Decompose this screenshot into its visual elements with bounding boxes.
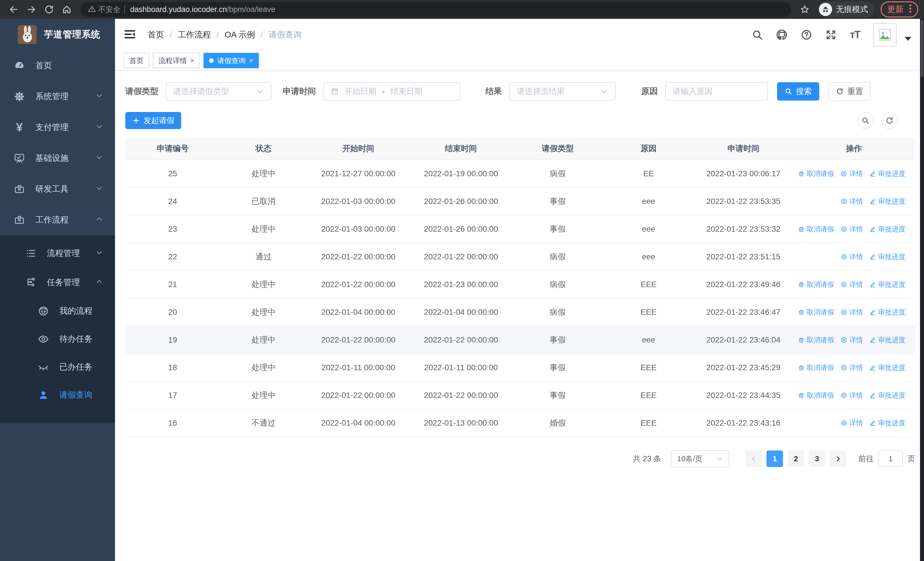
tab-home[interactable]: 首页 [123,53,149,68]
avatar[interactable] [873,23,897,47]
tab-close-icon[interactable]: × [190,57,194,65]
incognito-icon [819,3,832,16]
action-cancel-link[interactable]: 取消请假 [798,308,834,317]
action-progress-link[interactable]: 审批进度 [869,197,906,206]
action-progress-link[interactable]: 审批进度 [869,308,906,317]
create-leave-button[interactable]: 发起请假 [125,112,181,129]
refresh-table-button[interactable] [881,112,898,129]
action-detail-link[interactable]: 详情 [840,418,863,428]
page-button-1[interactable]: 1 [766,450,783,467]
action-cancel-link[interactable]: 取消请假 [798,391,834,400]
sidebar-item-leave-query[interactable]: 请假查询 [0,381,115,409]
sidebar-item-my-process[interactable]: 我的流程 [0,297,115,325]
action-detail-link[interactable]: 详情 [840,224,863,234]
sidebar-item-infrastructure[interactable]: 基础设施 [0,143,115,174]
breadcrumb-item[interactable]: 工作流程 [178,29,211,41]
security-label[interactable]: 不安全 [98,5,120,15]
avatar-caret-icon[interactable] [904,37,912,41]
apply-time-range-picker[interactable]: 开始日期 - 结束日期 [323,82,460,101]
table-row: 24已取消2022-01-03 00:00:002022-01-26 00:00… [125,188,915,215]
action-progress-link[interactable]: 审批进度 [869,363,906,372]
actions-cell: 取消请假详情审批进度 [793,280,915,289]
action-detail-link[interactable]: 详情 [840,308,863,317]
breadcrumb-item[interactable]: 首页 [147,29,164,41]
sidebar-item-todo-tasks[interactable]: 待办任务 [0,325,115,353]
search-button[interactable]: 搜索 [777,82,819,101]
fullscreen-icon[interactable] [825,29,837,41]
github-icon[interactable] [776,29,788,41]
apply-time-cell: 2022-01-22 23:46:47 [694,308,793,317]
reason-input[interactable]: 请输入原因 [665,82,768,101]
actions-cell: 详情审批进度 [793,418,915,428]
action-cancel-link[interactable]: 取消请假 [798,335,834,344]
search-icon[interactable] [752,29,763,41]
action-detail-link[interactable]: 详情 [840,363,863,372]
action-progress-link[interactable]: 审批进度 [869,280,906,289]
action-progress-link[interactable]: 审批进度 [869,169,906,178]
sidebar-item-system[interactable]: 系统管理 [0,81,115,112]
scrollbar-thumb[interactable] [921,20,923,77]
bookmark-star-icon[interactable] [797,2,813,17]
action-detail-link[interactable]: 详情 [840,280,863,289]
pencil-icon [869,170,876,177]
action-cancel-link[interactable]: 取消请假 [798,280,834,289]
sidebar-item-payment[interactable]: ¥ 支付管理 [0,112,115,143]
action-cancel-link[interactable]: 取消请假 [798,363,834,372]
browser-back-button[interactable] [6,2,22,17]
action-cancel-link[interactable]: 取消请假 [798,224,834,234]
tab-process-detail[interactable]: 流程详情 × [153,53,200,68]
action-progress-link[interactable]: 审批进度 [869,418,906,428]
chevron-down-icon [96,185,103,194]
page-scrollbar[interactable] [920,19,924,561]
leave-type-select[interactable]: 请选择请假类型 [166,82,272,101]
column-header-status: 状态 [220,143,307,154]
page-size-select[interactable]: 10条/页 [671,450,729,467]
status-cell: 处理中 [220,307,307,317]
prev-page-button[interactable] [746,450,762,467]
url-bar[interactable]: 不安全 dashboard.yudao.iocoder.cn /bpm/oa/l… [81,2,791,17]
action-progress-link[interactable]: 审批进度 [869,335,906,344]
start-time-cell: 2022-01-22 00:00:00 [307,391,410,400]
sidebar-item-workflow[interactable]: 工作流程 [0,205,115,235]
action-progress-link[interactable]: 审批进度 [869,391,906,400]
browser-home-button[interactable] [59,2,75,17]
reset-button[interactable]: 重置 [828,82,871,101]
browser-reload-button[interactable] [41,2,57,17]
action-detail-link[interactable]: 详情 [840,391,863,400]
font-size-icon[interactable]: ᴛT [850,29,860,41]
sidebar-collapse-icon[interactable] [123,28,136,42]
action-cancel-link[interactable]: 取消请假 [798,169,834,178]
toggle-search-button[interactable] [857,112,874,129]
action-progress-link[interactable]: 审批进度 [869,224,906,234]
column-header-leave-type: 请假类型 [512,143,603,154]
action-progress-link[interactable]: 审批进度 [869,252,906,261]
page-button-2[interactable]: 2 [788,450,804,467]
leave-type-cell: 病假 [512,279,603,290]
page-button-3[interactable]: 3 [809,450,825,467]
sidebar-item-task-management[interactable]: 任务管理 [0,268,115,297]
security-warning-icon [88,5,96,14]
next-page-button[interactable] [830,450,846,467]
sidebar-item-label: 待办任务 [59,333,93,345]
browser-toolbar: 不安全 dashboard.yudao.iocoder.cn /bpm/oa/l… [0,0,924,19]
action-detail-link[interactable]: 详情 [840,335,863,344]
sidebar-item-done-tasks[interactable]: 已办任务 [0,353,115,381]
sidebar-item-home[interactable]: 首页 [0,50,115,81]
action-detail-link[interactable]: 详情 [840,169,863,178]
tab-close-icon[interactable]: × [249,57,253,65]
status-cell: 处理中 [220,279,307,290]
status-cell: 处理中 [220,168,307,179]
browser-forward-button[interactable] [23,2,39,17]
action-detail-link[interactable]: 详情 [840,197,863,206]
help-icon[interactable] [801,29,812,41]
browser-menu-icon[interactable] [909,4,912,15]
reason-cell: EEE [603,391,694,400]
result-select[interactable]: 请选择流结果 [509,82,615,101]
sidebar-item-process-management[interactable]: 流程管理 [0,239,115,268]
sidebar-item-dev-tools[interactable]: 研发工具 [0,174,115,205]
tab-leave-query[interactable]: 请假查询 × [204,53,259,68]
browser-update-button[interactable]: 更新 [880,2,918,17]
goto-page-input[interactable]: 1 [878,450,903,467]
breadcrumb-item[interactable]: OA 示例 [225,29,255,41]
action-detail-link[interactable]: 详情 [840,252,863,261]
